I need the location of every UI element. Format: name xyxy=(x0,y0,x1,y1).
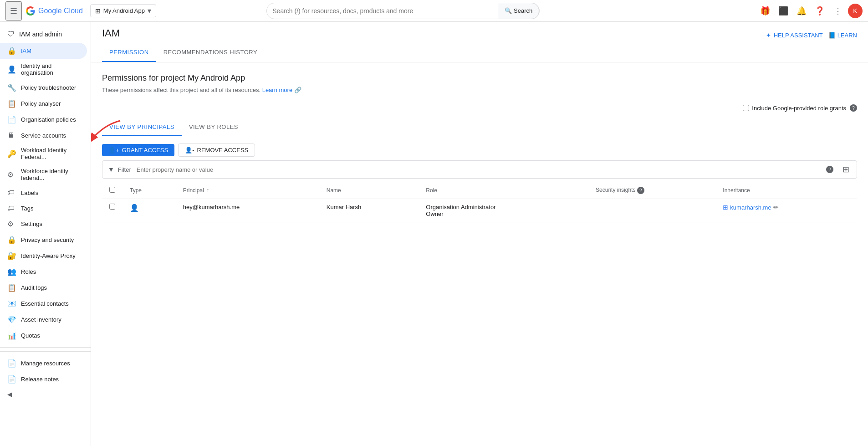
terminal-icon-button[interactable]: ⬛ xyxy=(775,3,791,19)
sidebar-item-workload-identity[interactable]: 🔑Workload Identity Federat... xyxy=(0,143,87,164)
help-tooltip-icon[interactable]: ? xyxy=(850,104,857,112)
help-assistant-button[interactable]: ✦ HELP ASSISTANT xyxy=(766,32,823,39)
view-tab-by-principals[interactable]: VIEW BY PRINCIPALS xyxy=(102,119,182,136)
workforce-identity-icon: ⚙ xyxy=(7,170,16,179)
sidebar-item-essential-contacts[interactable]: 📧Essential contacts xyxy=(0,296,87,312)
google-logo-icon xyxy=(26,6,36,16)
sidebar-item-settings[interactable]: ⚙Settings xyxy=(0,216,87,232)
logo: Google Cloud xyxy=(26,6,83,16)
view-tabs: VIEW BY PRINCIPALSVIEW BY ROLES xyxy=(102,119,857,136)
sidebar-item-roles[interactable]: 👥Roles xyxy=(0,264,87,280)
sidebar-item-identity[interactable]: 👤Identity and organisation xyxy=(0,59,87,80)
search-input[interactable] xyxy=(272,7,498,15)
inheritance-link[interactable]: kumarharsh.me xyxy=(730,204,771,211)
col-inheritance: Inheritance xyxy=(715,182,857,199)
columns-button[interactable]: ⊞ xyxy=(841,163,851,176)
sidebar-item-quotas[interactable]: 📊Quotas xyxy=(0,328,87,343)
filter-label: Filter xyxy=(118,166,131,173)
tab-permission[interactable]: PERMISSION xyxy=(102,43,156,62)
collapse-icon: ◀ xyxy=(7,391,12,398)
book-icon: 📘 xyxy=(828,32,836,39)
more-options-icon-button[interactable]: ⋮ xyxy=(830,3,846,19)
row-checkbox-cell xyxy=(102,199,123,222)
sparkle-icon: ✦ xyxy=(766,32,771,39)
org-policies-icon: 📄 xyxy=(7,115,16,124)
table-row: 👤 hey@kumarharsh.me Kumar Harsh Organisa… xyxy=(102,199,857,222)
filter-bar: ▼ Filter ? ⊞ xyxy=(102,160,857,179)
sidebar-item-audit-logs[interactable]: 📋Audit logs xyxy=(0,280,87,296)
notification-icon-button[interactable]: 🔔 xyxy=(793,3,810,19)
sidebar-item-asset-inventory[interactable]: 💎Asset inventory xyxy=(0,312,87,328)
row-checkbox[interactable] xyxy=(109,204,115,210)
sidebar-section-title: 🛡 IAM and admin xyxy=(0,26,91,43)
include-google-roles-checkbox-label[interactable]: Include Google-provided role grants xyxy=(743,105,846,112)
sidebar-label: IAM xyxy=(21,47,31,54)
search-button[interactable]: 🔍 Search xyxy=(498,3,539,19)
remove-access-button[interactable]: 👤- REMOVE ACCESS xyxy=(178,144,255,157)
sidebar-item-labels[interactable]: 🏷Labels xyxy=(0,185,87,200)
main-tabs: PERMISSIONRECOMMENDATIONS HISTORY xyxy=(91,43,868,62)
policy-analyser-icon: 📋 xyxy=(7,99,16,108)
avatar[interactable]: K xyxy=(848,4,863,18)
edit-icon[interactable]: ✏ xyxy=(773,204,779,211)
page-title: IAM xyxy=(102,27,120,43)
learn-more-link[interactable]: Learn more 🔗 xyxy=(262,87,301,93)
row-security-insights xyxy=(588,199,715,222)
sidebar-label: Identity-Aware Proxy xyxy=(21,252,76,259)
sidebar-item-org-policies[interactable]: 📄Organisation policies xyxy=(0,112,87,128)
sidebar-item-policy-analyser[interactable]: 📋Policy analyser xyxy=(0,96,87,112)
remove-person-icon: 👤- xyxy=(185,147,194,154)
sidebar-item-manage-resources[interactable]: 📄Manage resources xyxy=(0,355,87,371)
filter-input[interactable] xyxy=(137,166,822,173)
sidebar-label: Asset inventory xyxy=(21,316,61,323)
tags-icon: 🏷 xyxy=(7,204,16,212)
search-icon: 🔍 xyxy=(505,7,512,14)
learn-button[interactable]: 📘 LEARN xyxy=(828,32,857,39)
sidebar-item-privacy-security[interactable]: 🔒Privacy and security xyxy=(0,232,87,248)
sidebar-item-policy-troubleshooter[interactable]: 🔧Policy troubleshooter xyxy=(0,80,87,96)
sidebar-label: Workforce identity federat... xyxy=(21,168,80,181)
project-selector[interactable]: ⊞ My Android App ▾ xyxy=(90,4,156,17)
sidebar-label: Service accounts xyxy=(21,132,66,139)
grid-icon: ⊞ xyxy=(723,204,728,211)
col-principal: Principal ↑ xyxy=(176,182,319,199)
grant-access-button[interactable]: 👤+ GRANT ACCESS xyxy=(102,144,174,156)
security-insights-help-icon[interactable]: ? xyxy=(637,187,644,194)
sort-icon: ↑ xyxy=(206,187,209,194)
sidebar-divider xyxy=(0,347,91,348)
layout: 🛡 IAM and admin 🔒IAM👤Identity and organi… xyxy=(0,22,868,446)
release-notes-icon: 📄 xyxy=(7,375,16,384)
content-area: Permissions for project My Android App T… xyxy=(91,62,868,233)
sidebar-item-tags[interactable]: 🏷Tags xyxy=(0,200,87,216)
sidebar-label: Quotas xyxy=(21,332,40,339)
audit-logs-icon: 📋 xyxy=(7,283,16,292)
sidebar-label: Policy troubleshooter xyxy=(21,84,76,91)
sidebar-item-iam[interactable]: 🔒IAM xyxy=(0,43,87,59)
sidebar-label: Privacy and security xyxy=(21,236,74,243)
table-container: Type Principal ↑ Name Role xyxy=(102,182,857,222)
tab-recommendations[interactable]: RECOMMENDATIONS HISTORY xyxy=(156,43,265,62)
include-google-roles-checkbox[interactable] xyxy=(743,105,749,111)
identity-aware-proxy-icon: 🔐 xyxy=(7,251,16,260)
select-all-checkbox[interactable] xyxy=(109,187,115,193)
sidebar-item-release-notes[interactable]: 📄Release notes xyxy=(0,371,87,387)
sidebar-bottom: 📄Manage resources📄Release notes xyxy=(0,351,91,387)
quotas-icon: 📊 xyxy=(7,331,16,340)
hamburger-menu[interactable]: ☰ xyxy=(5,1,22,21)
sidebar-item-service-accounts[interactable]: 🖥Service accounts xyxy=(0,128,87,143)
policy-troubleshooter-icon: 🔧 xyxy=(7,83,16,92)
collapse-sidebar-button[interactable]: ◀ xyxy=(0,387,91,401)
row-roles: Organisation AdministratorOwner xyxy=(419,199,588,222)
help-icon-button[interactable]: ❓ xyxy=(812,3,828,19)
privacy-security-icon: 🔒 xyxy=(7,236,16,244)
sidebar-item-identity-aware-proxy[interactable]: 🔐Identity-Aware Proxy xyxy=(0,248,87,264)
view-tab-by-roles[interactable]: VIEW BY ROLES xyxy=(182,119,245,136)
sidebar-label: Workload Identity Federat... xyxy=(21,147,80,160)
add-person-icon: 👤+ xyxy=(108,147,119,154)
filter-help-icon[interactable]: ? xyxy=(826,166,833,173)
essential-contacts-icon: 📧 xyxy=(7,299,16,308)
nav-icons: 🎁 ⬛ 🔔 ❓ ⋮ K xyxy=(757,3,863,19)
gift-icon-button[interactable]: 🎁 xyxy=(757,3,773,19)
project-name: My Android App xyxy=(103,7,145,14)
sidebar-item-workforce-identity[interactable]: ⚙Workforce identity federat... xyxy=(0,164,87,185)
